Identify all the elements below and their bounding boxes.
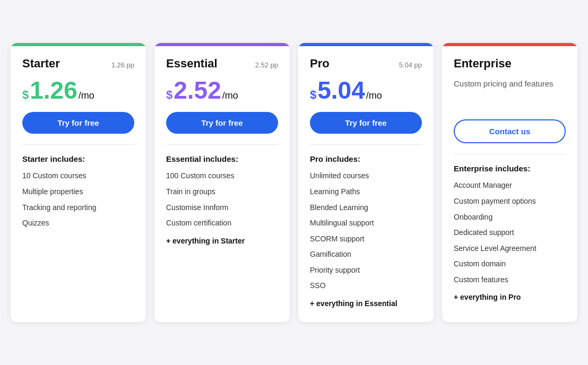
starter-cta-button[interactable]: Try for free — [22, 112, 134, 134]
pro-amount: 5.04 — [317, 78, 365, 102]
starter-mo: /mo — [79, 90, 94, 101]
essential-title-row: Essential2.52 pp — [166, 57, 278, 71]
essential-body: Essential2.52 pp$2.52/moTry for freeEsse… — [154, 46, 290, 321]
list-item: Tracking and reporting — [22, 203, 134, 213]
pro-everything: + everything in Essential — [310, 299, 422, 309]
enterprise-title-row: Enterprise — [454, 57, 566, 71]
list-item: Customise Innform — [166, 203, 278, 213]
plan-card-essential: Essential2.52 pp$2.52/moTry for freeEsse… — [154, 43, 290, 321]
list-item: Custom certification — [166, 218, 278, 229]
essential-name: Essential — [166, 57, 218, 71]
essential-mo: /mo — [222, 90, 238, 101]
starter-amount: 1.26 — [30, 78, 77, 102]
pricing-grid: Starter1.26 pp$1.26/moTry for freeStarte… — [11, 43, 577, 321]
plan-card-enterprise: EnterpriseCustom pricing and featuresCon… — [442, 43, 577, 321]
list-item: Blended Learning — [310, 203, 422, 213]
pro-cta-button[interactable]: Try for free — [310, 112, 422, 134]
essential-includes-title: Essential includes: — [166, 154, 278, 163]
essential-amount: 2.52 — [174, 78, 221, 102]
list-item: Custom payment options — [454, 196, 566, 207]
starter-name: Starter — [22, 57, 60, 71]
starter-divider — [22, 144, 134, 145]
list-item: Dedicated support — [454, 228, 566, 238]
list-item: Unlimited courses — [310, 171, 422, 181]
enterprise-everything: + everything in Pro — [454, 292, 566, 303]
essential-everything: + everything in Starter — [166, 236, 278, 247]
list-item: Train in groups — [166, 187, 278, 197]
list-item: SSO — [310, 281, 422, 291]
starter-body: Starter1.26 pp$1.26/moTry for freeStarte… — [11, 46, 146, 321]
list-item: Multiple properties — [22, 187, 134, 197]
enterprise-feature-list: Account ManagerCustom payment optionsOnb… — [454, 180, 566, 303]
list-item: Service Level Agreement — [454, 244, 566, 254]
enterprise-pricing-text: Custom pricing and features — [454, 78, 566, 110]
plan-card-pro: Pro5.04 pp$5.04/moTry for freePro includ… — [298, 43, 434, 321]
list-item: SCORM support — [310, 234, 422, 245]
starter-price: $1.26/mo — [22, 78, 134, 102]
essential-pp: 2.52 pp — [255, 61, 278, 69]
pro-feature-list: Unlimited coursesLearning PathsBlended L… — [310, 171, 422, 309]
list-item: Gamification — [310, 249, 422, 260]
pro-title-row: Pro5.04 pp — [310, 57, 422, 71]
list-item: Onboarding — [454, 212, 566, 223]
essential-price: $2.52/mo — [166, 78, 278, 102]
essential-dollar: $ — [166, 88, 172, 102]
list-item: Custom domain — [454, 259, 566, 270]
starter-dollar: $ — [22, 88, 29, 102]
pro-includes-title: Pro includes: — [310, 154, 422, 163]
list-item: Multilingual support — [310, 218, 422, 229]
essential-feature-list: 100 Custom coursesTrain in groupsCustomi… — [166, 171, 278, 246]
list-item: Account Manager — [454, 180, 566, 191]
pro-name: Pro — [310, 57, 330, 71]
list-item: Custom features — [454, 275, 566, 285]
pro-body: Pro5.04 pp$5.04/moTry for freePro includ… — [298, 46, 434, 321]
list-item: Learning Paths — [310, 187, 422, 197]
enterprise-body: EnterpriseCustom pricing and featuresCon… — [442, 46, 577, 321]
list-item: 10 Custom courses — [22, 171, 134, 181]
enterprise-includes-title: Enterprise includes: — [454, 164, 566, 173]
essential-divider — [166, 144, 278, 145]
pro-price: $5.04/mo — [310, 78, 422, 102]
list-item: 100 Custom courses — [166, 171, 278, 181]
essential-cta-button[interactable]: Try for free — [166, 112, 278, 134]
list-item: Priority support — [310, 265, 422, 276]
enterprise-name: Enterprise — [454, 57, 512, 71]
pro-pp: 5.04 pp — [399, 61, 422, 69]
pro-dollar: $ — [310, 88, 316, 102]
starter-feature-list: 10 Custom coursesMultiple propertiesTrac… — [22, 171, 134, 228]
pro-mo: /mo — [366, 90, 382, 101]
enterprise-divider — [454, 154, 566, 154]
list-item: Quizzes — [22, 218, 134, 229]
enterprise-cta-button[interactable]: Contact us — [454, 119, 566, 143]
starter-pp: 1.26 pp — [111, 61, 134, 69]
plan-card-starter: Starter1.26 pp$1.26/moTry for freeStarte… — [11, 43, 146, 321]
pro-divider — [310, 144, 422, 145]
starter-includes-title: Starter includes: — [22, 154, 134, 163]
starter-title-row: Starter1.26 pp — [22, 57, 134, 71]
